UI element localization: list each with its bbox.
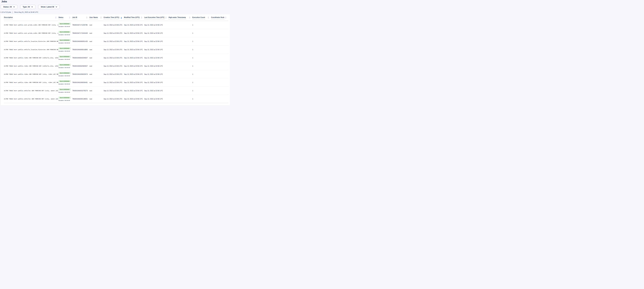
job-status-cell: SUCCEEDEDDuration: 00:00:00 <box>58 95 72 103</box>
job-status-cell: SUCCEEDEDDuration: 00:00:00 <box>58 46 72 54</box>
user-name-cell: root <box>90 21 104 29</box>
type-filter-dropdown[interactable]: Type: All <box>20 5 35 9</box>
sort-asc-arrow <box>165 17 166 17</box>
chevron-down-icon <box>13 7 15 7</box>
sort-arrows-icon[interactable] <box>86 17 87 19</box>
last-execution-time-cell: Sep 13, 2022 at 22:56 UTC <box>144 21 168 29</box>
last-execution-time: Sep 13, 2022 at 22:56 UTC <box>144 65 163 67</box>
coordinator-node-cell <box>211 78 228 87</box>
sort-arrows-icon[interactable] <box>189 17 190 19</box>
job-id-cell: 796391566001078273 <box>72 87 90 95</box>
user-name: root <box>90 82 92 83</box>
sort-arrows-icon[interactable] <box>100 17 102 19</box>
last-execution-time: Sep 13, 2022 at 22:56 UTC <box>144 32 163 34</box>
modified-time: Sep 13, 2022 at 22:56 UTC <box>124 41 143 42</box>
execution-count: 1 <box>192 65 193 67</box>
sort-asc-arrow <box>121 17 122 17</box>
sort-desc-arrow <box>225 18 226 19</box>
job-description-cell[interactable]: ALTER TABLE movr.public.user_promo_codes… <box>4 29 58 37</box>
high-water-timestamp-cell <box>168 37 192 46</box>
user-name-cell: root <box>90 29 104 37</box>
job-id: 796391566908391425 <box>72 41 88 42</box>
modified-time: Sep 13, 2022 at 22:56 UTC <box>124 73 143 75</box>
job-description-cell[interactable]: ALTER TABLE movr.public.vehicles ADD FOR… <box>4 87 58 95</box>
job-status-cell: SUCCEEDEDDuration: 00:00:00 <box>58 37 72 46</box>
creation-time-cell: Sep 13, 2022 at 22:56 UTC <box>104 62 124 70</box>
jobs-table-card: DescriptionStatusJob IDUser NameCreation… <box>1 14 230 105</box>
high-water-timestamp-cell <box>168 87 192 95</box>
job-description: ALTER TABLE movr.public.rides ADD FOREIG… <box>4 74 58 75</box>
execution-count: 1 <box>192 73 193 75</box>
column-header-last-exec[interactable]: Last Execution Time (UTC) <box>144 14 168 21</box>
execution-count-cell: 1 <box>192 54 211 62</box>
job-id-cell: 796391566562983937 <box>72 62 90 70</box>
column-header-high-water[interactable]: High-water Timestamp <box>168 14 192 21</box>
job-status-cell: SUCCEEDEDDuration: 00:00:00 <box>58 87 72 95</box>
status-filter-dropdown[interactable]: Status: All <box>1 5 17 9</box>
sort-arrows-icon[interactable] <box>69 17 70 19</box>
job-status-cell: SUCCEEDEDDuration: 00:00:00 <box>58 78 72 87</box>
creation-time: Sep 13, 2022 at 22:56 UTC <box>104 73 122 75</box>
column-header-description[interactable]: Description <box>4 14 58 21</box>
job-id-cell: 796391566908391425 <box>72 37 90 46</box>
job-description: ALTER TABLE movr.public.vehicles ADD FOR… <box>4 98 58 100</box>
duration-label: Duration: 00:00:00 <box>58 34 71 36</box>
job-id-cell: 796391566306836481 <box>72 78 90 87</box>
column-header-status[interactable]: Status <box>58 14 72 21</box>
column-header-user[interactable]: User Name <box>90 14 104 21</box>
column-header-exec-count[interactable]: Execution Count <box>192 14 211 21</box>
job-description-cell[interactable]: ALTER TABLE movr.public.vehicle_location… <box>4 37 58 46</box>
sort-arrows-icon[interactable] <box>225 17 226 19</box>
execution-count: 1 <box>192 49 193 51</box>
job-id: 796391566305820673 <box>72 73 88 75</box>
column-header-modified[interactable]: Modified Time (UTC) <box>124 14 144 21</box>
status-badge: SUCCEEDED <box>58 97 71 99</box>
coordinator-node-cell <box>211 62 228 70</box>
column-label: Modified Time (UTC) <box>124 17 140 19</box>
job-description-cell[interactable]: ALTER TABLE movr.public.rides ADD FOREIG… <box>4 62 58 70</box>
last-execution-time: Sep 13, 2022 at 22:56 UTC <box>144 24 163 26</box>
coordinator-node-cell <box>211 46 228 54</box>
job-id: 796391566564294657 <box>72 57 88 59</box>
sort-arrows-icon[interactable] <box>55 17 56 19</box>
column-label: Last Execution Time (UTC) <box>144 17 164 19</box>
duration-label: Duration: 00:00:00 <box>58 100 71 101</box>
column-header-coordinator[interactable]: Coordinator Node <box>211 14 228 21</box>
user-name: root <box>90 32 92 34</box>
job-id-cell: 796391567171190785 <box>72 21 90 29</box>
user-name: root <box>90 73 92 75</box>
job-description-cell[interactable]: ALTER TABLE movr.public.vehicles ADD FOR… <box>4 95 58 103</box>
chevron-down-icon <box>56 7 57 7</box>
job-status-cell: SUCCEEDEDDuration: 00:00:00 <box>58 21 72 29</box>
coordinator-node-cell <box>211 29 228 37</box>
last-execution-time: Sep 13, 2022 at 22:56 UTC <box>144 73 163 75</box>
sort-arrows-icon[interactable] <box>165 17 166 19</box>
execution-count-cell: 1 <box>192 62 211 70</box>
jobs-table-body: ALTER TABLE movr.public.user_promo_codes… <box>4 21 228 103</box>
job-description-cell[interactable]: ALTER TABLE movr.public.rides ADD FOREIG… <box>4 78 58 87</box>
job-description-cell[interactable]: ALTER TABLE movr.public.rides ADD FOREIG… <box>4 70 58 78</box>
user-name-cell: root <box>90 46 104 54</box>
user-name-cell: root <box>90 78 104 87</box>
show-filter-dropdown[interactable]: Show: Latest 50 <box>38 5 60 9</box>
execution-count: 1 <box>192 82 193 83</box>
job-description-cell[interactable]: ALTER TABLE movr.public.user_promo_codes… <box>4 21 58 29</box>
sort-arrows-icon[interactable] <box>208 17 209 19</box>
job-description-cell[interactable]: ALTER TABLE movr.public.vehicle_location… <box>4 46 58 54</box>
table-row: ALTER TABLE movr.public.vehicle_location… <box>4 37 228 46</box>
summary-divider: | <box>12 11 13 13</box>
modified-time: Sep 13, 2022 at 22:56 UTC <box>124 98 143 100</box>
creation-time: Sep 13, 2022 at 22:56 UTC <box>104 98 122 100</box>
column-header-job-id[interactable]: Job ID <box>72 14 90 21</box>
execution-count-cell: 1 <box>192 70 211 78</box>
creation-time: Sep 13, 2022 at 22:56 UTC <box>104 82 122 83</box>
sort-desc-arrow <box>100 18 102 19</box>
job-description-cell[interactable]: ALTER TABLE movr.public.rides ADD FOREIG… <box>4 54 58 62</box>
sort-arrows-icon[interactable] <box>141 17 142 19</box>
user-name-cell: root <box>90 87 104 95</box>
sort-arrows-icon[interactable] <box>121 17 122 19</box>
creation-time-cell: Sep 13, 2022 at 22:56 UTC <box>104 70 124 78</box>
creation-time: Sep 13, 2022 at 22:56 UTC <box>104 41 122 42</box>
coordinator-node-cell <box>211 21 228 29</box>
column-header-creation[interactable]: Creation Time (UTC) <box>104 14 124 21</box>
